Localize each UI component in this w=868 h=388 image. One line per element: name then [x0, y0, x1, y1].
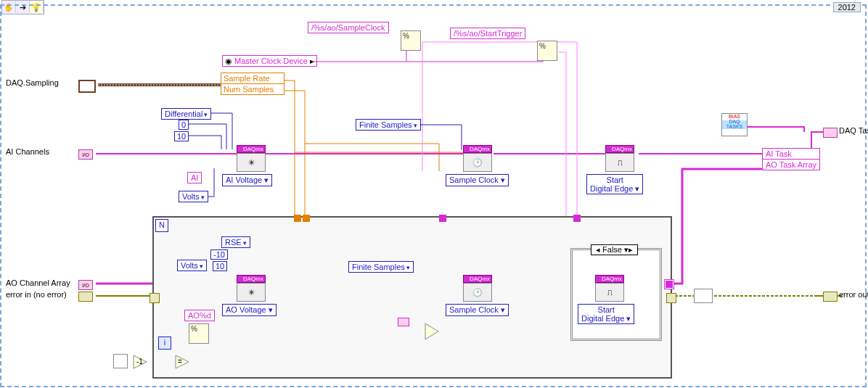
ai-voltage-selector[interactable]: AI Voltage ▾ — [222, 174, 272, 186]
finite-samples-ring-ao[interactable]: Finite Samples▾ — [348, 261, 414, 273]
daqmx-create-channel-ao[interactable]: DAQmx ✳ — [237, 275, 266, 302]
bundle-ao-task-array: AO Task Array — [763, 160, 819, 170]
create-channel-icon: ✳ — [248, 288, 255, 297]
ao-channel-array-label: AO Channel Array — [6, 278, 70, 287]
daq-sampling-terminal — [78, 80, 96, 93]
select-node[interactable] — [424, 322, 440, 338]
start-digital-edge-selector-ai[interactable]: Start Digital Edge ▾ — [586, 174, 643, 194]
daq-tasks-label: DAQ Tasks — [839, 126, 868, 135]
start-trigger-format-string[interactable]: /%s/ao/StartTrigger — [450, 28, 525, 39]
svg-text:-1: -1 — [136, 358, 143, 366]
empty-string-const[interactable] — [398, 318, 409, 326]
auto-index-out-tunnel — [665, 280, 673, 289]
ai-min-const[interactable]: 0 — [179, 120, 189, 130]
volts-ring-ao[interactable]: Volts▾ — [177, 260, 207, 271]
loop-iteration-terminal: i — [158, 337, 171, 350]
tunnel-num-samples — [303, 215, 310, 222]
ai-channels-terminal: I/O — [78, 149, 93, 160]
error-in-terminal — [78, 292, 93, 302]
shift-register-right — [666, 293, 676, 303]
daqmx-timing-ai[interactable]: DAQmx 🕑 — [463, 145, 492, 172]
labview-version-label: 2012 — [833, 2, 861, 12]
shift-register-left — [150, 293, 160, 303]
start-digital-edge-selector-ao[interactable]: Start Digital Edge ▾ — [578, 304, 634, 324]
ai-name-string[interactable]: AI — [187, 172, 202, 183]
bias-daq-tasks-typedef[interactable]: BIAS DAQ TASKS — [721, 113, 748, 136]
labview-block-diagram: ✋ ➔ 💡 2012 DAQ.Sampling AI Channels I/O … — [0, 0, 868, 388]
bundle-ai-task: AI Task — [763, 149, 819, 160]
master-clock-device-label: Master Clock Device — [234, 57, 308, 65]
trigger-icon: ⎍ — [618, 158, 623, 167]
sample-clock-selector-ai[interactable]: Sample Clock ▾ — [446, 174, 509, 186]
ao-min-const[interactable]: -10 — [210, 249, 228, 260]
volts-ring[interactable]: Volts▾ — [179, 191, 208, 202]
sample-clock-selector-ao[interactable]: Sample Clock ▾ — [446, 304, 509, 316]
rse-ring[interactable]: RSE▾ — [221, 236, 250, 248]
trigger-icon: ⎍ — [607, 288, 613, 297]
tunnel-clock-src — [439, 215, 446, 222]
clock-icon: 🕑 — [472, 158, 483, 168]
differential-ring[interactable]: Differential▾ — [161, 108, 211, 120]
ao-format-string[interactable]: AO%d — [184, 310, 215, 321]
tunnel-trigger-src — [573, 215, 581, 222]
daqmx-create-channel-ai[interactable]: DAQmx ✳ — [237, 145, 266, 172]
create-channel-icon: ✳ — [248, 158, 255, 168]
ao-max-const[interactable]: 10 — [213, 261, 227, 271]
ao-voltage-selector[interactable]: AO Voltage ▾ — [222, 304, 277, 316]
merge-errors-node[interactable] — [694, 289, 713, 303]
ao-channel-array-terminal: I/O — [78, 280, 93, 290]
ai-max-const[interactable]: 10 — [174, 131, 189, 141]
error-in-label: error in (no error) — [6, 290, 67, 299]
clock-icon: 🕑 — [472, 288, 483, 297]
decrement-node[interactable]: -1 — [132, 354, 148, 370]
daq-tasks-terminal — [823, 128, 838, 138]
sample-clock-format-string[interactable]: /%s/ao/SampleClock — [308, 22, 389, 33]
daq-sampling-label: DAQ.Sampling — [6, 78, 59, 87]
equal-node[interactable]: = — [174, 354, 190, 370]
format-into-string-starttrigger[interactable] — [537, 41, 557, 61]
svg-marker-22 — [425, 323, 438, 339]
unbundle-by-name-node[interactable]: Sample Rate Num Samples — [221, 73, 284, 95]
daqmx-trigger-ao[interactable]: DAQmx ⎍ — [595, 275, 624, 302]
tunnel-sample-rate — [294, 215, 301, 222]
array-size-node[interactable] — [113, 354, 128, 368]
finite-samples-ring-ai[interactable]: Finite Samples▾ — [356, 119, 421, 131]
error-out-label: error out — [839, 290, 868, 299]
ai-channels-label: AI Channels — [6, 147, 49, 156]
bundle-by-name-node[interactable]: AI Task AO Task Array — [762, 148, 820, 170]
daqmx-trigger-ai[interactable]: DAQmx ⎍ — [605, 145, 634, 172]
daqmx-timing-ao[interactable]: DAQmx 🕑 — [463, 275, 492, 302]
case-selector[interactable]: ◂ False ▾▸ — [591, 244, 638, 255]
loop-count-terminal: N — [155, 219, 168, 232]
error-out-terminal — [823, 292, 838, 302]
format-into-string-sampleclock[interactable] — [401, 30, 421, 51]
format-into-string-ao[interactable] — [189, 323, 209, 344]
unbundle-sample-rate: Sample Rate — [221, 73, 284, 84]
master-clock-device-control[interactable]: ◉ Master Clock Device ▸ — [222, 57, 317, 66]
unbundle-num-samples: Num Samples — [221, 84, 284, 94]
svg-text:=: = — [178, 358, 182, 366]
